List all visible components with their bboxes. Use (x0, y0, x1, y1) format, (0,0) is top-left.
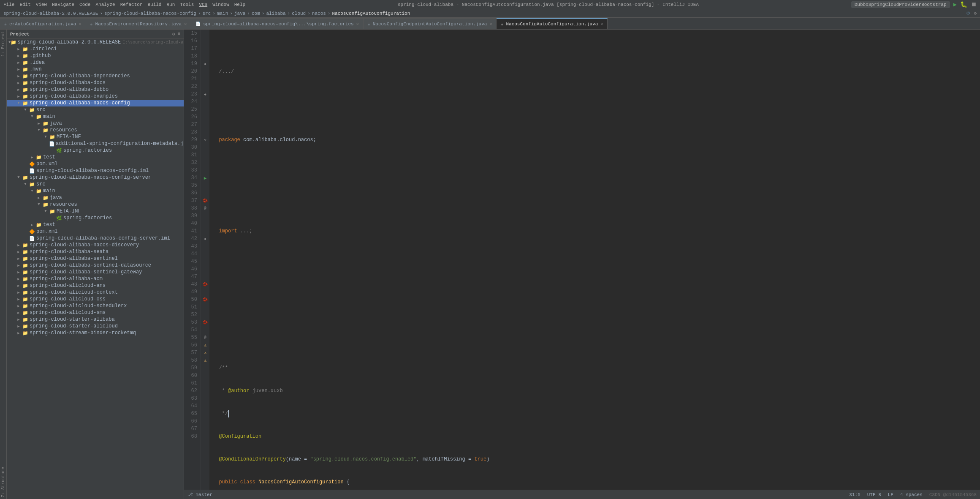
tree-item[interactable]: ▶ 📁 spring-cloud-alibaba-seata (7, 248, 184, 255)
menu-help[interactable]: Help (234, 2, 245, 7)
menu-run[interactable]: Run (166, 2, 175, 7)
run-config-label[interactable]: DubboSpringCloudProviderBootstrap (851, 1, 950, 8)
menu-code[interactable]: Code (79, 2, 90, 7)
encoding-indicator[interactable]: UTF-8 (867, 492, 881, 497)
tab-2-close[interactable]: ✕ (356, 22, 359, 27)
tree-item[interactable]: ▶ 📁 spring-cloud-starter-alicloud (7, 323, 184, 330)
git-branch[interactable]: ⎇ master (187, 492, 212, 497)
tab-2[interactable]: 📄 spring-cloud-alibaba-nacos-config\...\… (191, 18, 364, 29)
tree-item[interactable]: 📄 spring-cloud-alibaba-nacos-config.iml (7, 167, 184, 174)
breadcrumb-part-4[interactable]: main (217, 11, 228, 16)
tree-item[interactable]: ▼ 📁 spring-cloud-alibaba-2.0.0.RELEASE E… (7, 39, 184, 46)
tree-item[interactable]: ▶ 📁 spring-cloud-alibaba-sentinel-dataso… (7, 262, 184, 269)
tree-item[interactable]: ▶ 📁 spring-cloud-alibaba-dubbo (7, 86, 184, 93)
tab-4-close[interactable]: ✕ (600, 22, 603, 27)
project-label[interactable]: 1: Project (1, 31, 5, 57)
bean-gutter-icon-2[interactable]: 🫘 (203, 282, 208, 287)
tree-item[interactable]: ▶ 📁 .mvn (7, 66, 184, 73)
tab-4[interactable]: ☕ NacosConfigAutoConfiguration.java ✕ (497, 18, 608, 29)
menu-file[interactable]: File (3, 2, 14, 7)
tree-item[interactable]: ▼ 📁 main (7, 188, 184, 194)
tree-item[interactable]: ▶ 📁 spring-cloud-alibaba-nacos-discovery (7, 242, 184, 248)
bean-gutter-icon-4[interactable]: 🫘 (203, 320, 208, 325)
tree-item[interactable]: ▶ 📁 .circleci (7, 46, 184, 52)
tree-item[interactable]: 📄 spring-cloud-alibaba-nacos-config-serv… (7, 235, 184, 242)
tree-item[interactable]: ▶ 📁 spring-cloud-stream-binder-rocketmq (7, 330, 184, 336)
tree-item[interactable]: ▼ 📁 src (7, 106, 184, 113)
tree-item[interactable]: ▶ 📁 .idea (7, 59, 184, 66)
stop-button[interactable]: ⏹ (971, 1, 977, 8)
sidebar-collapse-icon[interactable]: ≡ (177, 31, 180, 37)
menu-edit[interactable]: Edit (19, 2, 30, 7)
tree-item[interactable]: ▶ 📁 spring-cloud-alicloud-sms (7, 309, 184, 316)
warn-gutter-icon-1[interactable]: ⚠ (204, 343, 206, 348)
gear-icon[interactable]: ⚙ (974, 11, 977, 16)
tab-3[interactable]: ☕ NacosConfigEndpointAutoConfiguration.j… (364, 18, 497, 29)
warn-gutter-icon-2[interactable]: ⚠ (204, 350, 206, 355)
bean-gutter-icon-3[interactable]: 🫘 (203, 297, 208, 302)
run-button[interactable]: ▶ (953, 1, 957, 8)
breadcrumb-part-7[interactable]: alibaba (266, 11, 285, 16)
tree-item[interactable]: ▶ 📁 test (7, 221, 184, 228)
breadcrumb-part-2[interactable]: spring-cloud-alibaba-nacos-config (104, 11, 196, 16)
tree-item[interactable]: ▼ 📁 META-INF (7, 208, 184, 215)
tree-item[interactable]: ▼ 📁 src (7, 181, 184, 188)
tree-item[interactable]: ▼ 📁 spring-cloud-alibaba-nacos-config-se… (7, 174, 184, 181)
breadcrumb-part-5[interactable]: java (234, 11, 245, 16)
breadcrumb-part-3[interactable]: src (203, 11, 211, 16)
tree-item[interactable]: 📄 additional-spring-configuration-metada… (7, 140, 184, 147)
tree-item[interactable]: ▶ 📁 spring-cloud-alicloud-schedulerx (7, 303, 184, 309)
menu-navigate[interactable]: Navigate (52, 2, 74, 7)
structure-label[interactable]: Z: Structure (1, 467, 5, 497)
tree-item[interactable]: ▼ 📁 resources (7, 127, 184, 134)
indent-indicator[interactable]: 4 spaces (900, 492, 923, 497)
menu-bar[interactable]: File Edit View Navigate Code Analyze Ref… (3, 2, 245, 7)
tree-item[interactable]: ▶ 📁 spring-cloud-alibaba-sentinel-gatewa… (7, 269, 184, 275)
tab-3-close[interactable]: ✕ (489, 22, 492, 27)
code-content[interactable]: /.../ package com.alibaba.cloud.nacos; i… (209, 30, 980, 490)
tree-item[interactable]: ▶ 📁 test (7, 154, 184, 161)
tree-item[interactable]: ▶ 📁 java (7, 120, 184, 127)
tab-1-close[interactable]: ✕ (184, 22, 187, 27)
tab-0[interactable]: ☕ erAutoConfiguration.java ✕ (0, 18, 86, 29)
bean-gutter-icon[interactable]: 🫘 (203, 198, 208, 203)
tree-item[interactable]: 🌿 spring.factories (7, 147, 184, 154)
warn-gutter-icon-3[interactable]: ⚠ (204, 358, 206, 363)
tree-item[interactable]: 🌿 spring.factories (7, 215, 184, 221)
tree-item[interactable]: ▶ 📁 spring-cloud-alibaba-sentinel (7, 255, 184, 262)
breadcrumb-part-10[interactable]: NacosConfigAutoConfiguration (332, 11, 410, 16)
breadcrumb-part-9[interactable]: nacos (312, 11, 326, 16)
menu-analyze[interactable]: Analyze (95, 2, 115, 7)
tree-item[interactable]: ▼ 📁 main (7, 113, 184, 120)
breadcrumb-part-8[interactable]: cloud (292, 11, 306, 16)
breadcrumb-part-1[interactable]: spring-cloud-alibaba-2.0.0.RELEASE (3, 11, 98, 16)
tree-item[interactable]: ▶ 📁 java (7, 194, 184, 201)
menu-vcs[interactable]: VCS (199, 2, 207, 7)
tree-item[interactable]: 🔶 pom.xml (7, 161, 184, 167)
tree-item[interactable]: ▶ 📁 spring-cloud-alicloud-ans (7, 282, 184, 289)
tree-item[interactable]: 🔶 pom.xml (7, 228, 184, 235)
code-editor[interactable]: 15 16 17 18 19 20 21 22 23 24 25 26 27 2… (184, 30, 980, 490)
sidebar-gear-icon[interactable]: ⚙ (172, 31, 175, 37)
tab-1[interactable]: ☕ NacosEnvironmentRepository.java ✕ (86, 18, 192, 29)
tree-item[interactable]: ▶ 📁 spring-cloud-starter-alibaba (7, 316, 184, 323)
tree-item[interactable]: ▼ 📁 spring-cloud-alibaba-nacos-config (7, 100, 184, 106)
menu-refactor[interactable]: Refactor (120, 2, 143, 7)
sync-icon[interactable]: ⟳ (966, 11, 970, 16)
tree-item[interactable]: ▼ 📁 resources (7, 201, 184, 208)
debug-button[interactable]: 🐛 (960, 1, 967, 8)
tree-item[interactable]: ▶ 📁 spring-cloud-alibaba-acm (7, 275, 184, 282)
tree-item[interactable]: ▶ 📁 .github (7, 52, 184, 59)
tree-item[interactable]: ▶ 📁 spring-cloud-alibaba-dependencies (7, 73, 184, 79)
breadcrumb-part-6[interactable]: com (252, 11, 260, 16)
tree-item[interactable]: ▶ 📁 spring-cloud-alibaba-docs (7, 79, 184, 86)
menu-view[interactable]: View (36, 2, 47, 7)
menu-build[interactable]: Build (147, 2, 161, 7)
menu-tools[interactable]: Tools (180, 2, 194, 7)
tab-0-close[interactable]: ✕ (79, 22, 81, 27)
tree-item[interactable]: ▶ 📁 spring-cloud-alicloud-oss (7, 296, 184, 303)
tree-item[interactable]: ▶ 📁 spring-cloud-alicloud-context (7, 289, 184, 296)
line-ending-indicator[interactable]: LF (888, 492, 893, 497)
run-gutter-icon[interactable]: ▶ (204, 175, 207, 181)
tree-item[interactable]: ▼ 📁 META-INF (7, 134, 184, 140)
